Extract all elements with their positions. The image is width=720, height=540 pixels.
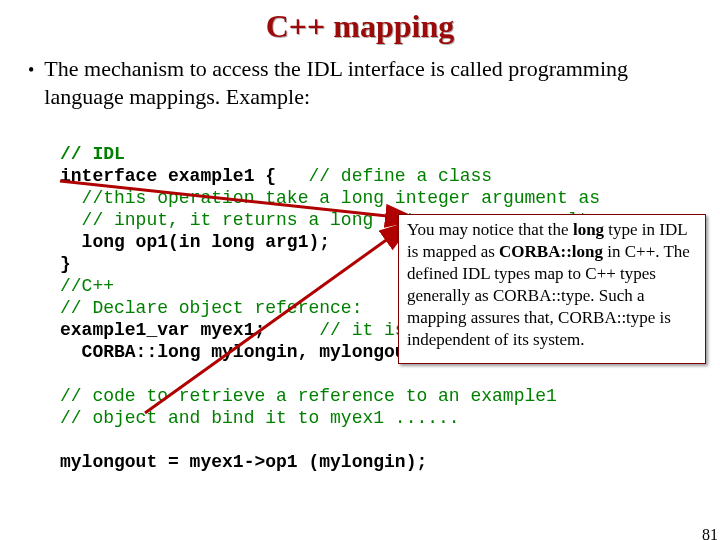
callout-text: You may notice that the bbox=[407, 220, 573, 239]
code-line: // code to retrieve a reference to an ex… bbox=[60, 386, 557, 406]
code-line: interface example1 { bbox=[60, 166, 276, 186]
page-number: 81 bbox=[702, 526, 718, 540]
code-line: // object and bind it to myex1 ...... bbox=[60, 408, 460, 428]
callout-text: CORBA::long bbox=[499, 242, 603, 261]
code-line: //C++ bbox=[60, 276, 114, 296]
callout-text: long bbox=[573, 220, 604, 239]
code-line: // Declare object reference: bbox=[60, 298, 362, 318]
code-line: // IDL bbox=[60, 144, 125, 164]
slide: C++ mapping • The mechanism to access th… bbox=[0, 8, 720, 540]
callout-box: You may notice that the long type in IDL… bbox=[398, 214, 706, 364]
bullet-marker: • bbox=[28, 55, 34, 85]
slide-title: C++ mapping bbox=[0, 8, 720, 45]
code-line: mylongout = myex1->op1 (mylongin); bbox=[60, 452, 427, 472]
bullet-text: The mechanism to access the IDL interfac… bbox=[44, 55, 692, 111]
code-line: long op1(in long arg1); bbox=[82, 232, 330, 252]
bullet-item: • The mechanism to access the IDL interf… bbox=[0, 45, 720, 111]
code-line: example1_var myex1; bbox=[60, 320, 265, 340]
code-line: } bbox=[60, 254, 71, 274]
code-line: //this operation take a long integer arg… bbox=[82, 188, 600, 208]
code-line: // define a class bbox=[276, 166, 492, 186]
code-line: CORBA::long mylongin, mylongout; bbox=[82, 342, 428, 362]
